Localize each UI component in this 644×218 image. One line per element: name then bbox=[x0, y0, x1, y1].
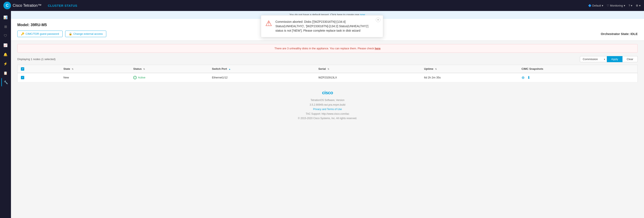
app-logo: C Cisco Tetration™ bbox=[3, 2, 42, 9]
navbar-right: 🔷 Default ▾ ♡ Monitoring ▾ ? ▾ ⚙ ▾ bbox=[588, 4, 641, 7]
logo-text: Cisco Tetration™ bbox=[13, 3, 42, 8]
settings-dropdown[interactable]: ⚙ ▾ bbox=[636, 4, 641, 7]
logo-icon: C bbox=[3, 2, 11, 9]
toast-overlay: ⚠ Commission aborted: Disks ['[WZP233016… bbox=[0, 11, 644, 218]
monitoring-chevron-icon: ▾ bbox=[624, 4, 625, 7]
monitoring-icon: ♡ bbox=[607, 4, 609, 7]
monitoring-dropdown[interactable]: ♡ Monitoring ▾ bbox=[607, 4, 625, 7]
toast: ⚠ Commission aborted: Disks ['[WZP233016… bbox=[261, 15, 383, 37]
help-chevron-icon: ▾ bbox=[631, 4, 632, 7]
default-chevron-icon: ▾ bbox=[602, 4, 603, 7]
navbar: C Cisco Tetration™ CLUSTER STATUS 🔷 Defa… bbox=[0, 0, 644, 11]
monitoring-label: Monitoring bbox=[610, 4, 623, 7]
toast-close-button[interactable]: ✕ bbox=[376, 18, 380, 22]
toast-message: Commission aborted: Disks ['[WZP233016TN… bbox=[276, 20, 368, 32]
settings-chevron-icon: ▾ bbox=[639, 4, 641, 7]
warning-icon: ⚠ bbox=[265, 20, 272, 33]
default-icon: 🔷 bbox=[588, 4, 592, 7]
default-dropdown[interactable]: 🔷 Default ▾ bbox=[588, 4, 603, 7]
help-dropdown[interactable]: ? ▾ bbox=[628, 4, 632, 7]
help-label: ? bbox=[628, 4, 630, 7]
toast-content: Commission aborted: Disks ['[WZP233016TN… bbox=[276, 20, 374, 33]
default-label: Default bbox=[592, 4, 601, 7]
settings-icon: ⚙ bbox=[636, 4, 638, 7]
cluster-status-label: CLUSTER STATUS bbox=[48, 4, 78, 8]
